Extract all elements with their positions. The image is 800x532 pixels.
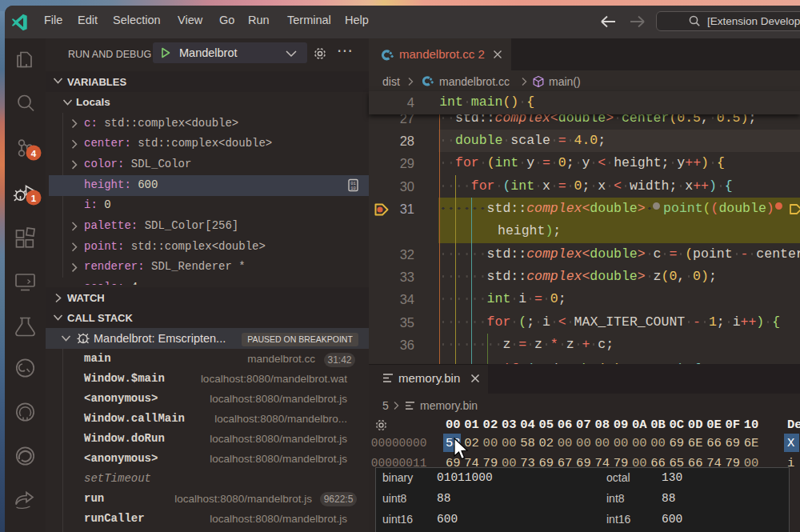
svg-text:1: 1	[31, 194, 37, 203]
svg-text:4: 4	[31, 149, 37, 158]
svg-text:10: 10	[350, 186, 356, 191]
